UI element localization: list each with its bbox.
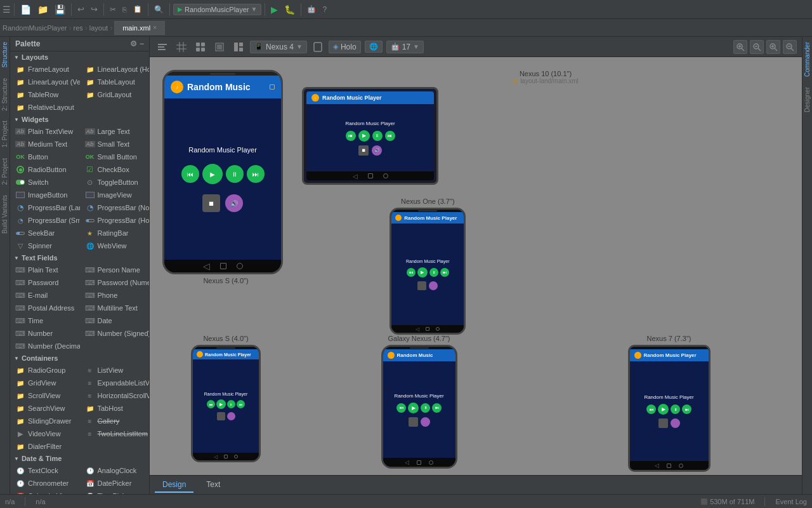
- palette-item-timepicker[interactable]: 🕐 TimePicker: [80, 490, 150, 494]
- nexus-s-device[interactable]: Random Music Player Random Music Player …: [191, 345, 261, 462]
- design-tab[interactable]: Design: [155, 478, 193, 493]
- palette-item-gridlayout[interactable]: 📁 GridLayout: [80, 88, 150, 101]
- palette-item-time-field[interactable]: ⌨ Time: [10, 314, 80, 327]
- palette-item-checkbox[interactable]: ☑ CheckBox: [80, 163, 150, 176]
- palette-item-dialerfilter[interactable]: 📁 DialerFilter: [10, 440, 80, 453]
- palette-item-imagebutton[interactable]: ImageButton: [10, 189, 80, 201]
- palette-item-progressbar-normal[interactable]: ◔ ProgressBar (Normal): [80, 201, 150, 214]
- help-btn[interactable]: ?: [320, 4, 329, 15]
- palette-item-progressbar-small[interactable]: ◔ ProgressBar (Small): [10, 214, 80, 227]
- right-tab-commander[interactable]: Commander: [802, 37, 812, 82]
- palette-item-plain-textview[interactable]: Ab Plain TextView: [10, 125, 80, 138]
- zoom-actual-btn[interactable]: [750, 40, 764, 54]
- palette-item-plain-text[interactable]: ⌨ Plain Text: [10, 264, 80, 276]
- run-btn[interactable]: ▶: [268, 3, 280, 16]
- palette-item-webview[interactable]: 🌐 WebView: [80, 239, 150, 252]
- palette-item-spinner[interactable]: ▽ Spinner: [10, 239, 80, 252]
- zoom-in-btn[interactable]: [766, 40, 780, 54]
- palette-item-datepicker[interactable]: 📅 DatePicker: [80, 477, 150, 490]
- palette-item-framelayout[interactable]: 📁 FrameLayout: [10, 63, 80, 76]
- palette-item-togglebutton[interactable]: ⊙ ToggleButton: [80, 176, 150, 189]
- align-left-btn[interactable]: [155, 41, 170, 53]
- palette-item-progressbar-h[interactable]: ProgressBar (Horizontal): [80, 214, 150, 227]
- palette-item-gridview[interactable]: 📁 GridView: [10, 377, 80, 389]
- palette-item-horizontal-scrollview[interactable]: ≡ HorizontalScrollView: [80, 389, 150, 402]
- palette-section-layouts-header[interactable]: ▼ Layouts: [10, 51, 149, 63]
- left-tab-project1[interactable]: 1: Project: [0, 116, 10, 152]
- palette-section-datetime-header[interactable]: ▼ Date & Time: [10, 453, 149, 464]
- palette-item-progressbar-large[interactable]: ◔ ProgressBar (Large): [10, 201, 80, 214]
- project-selector[interactable]: RandomMusicPlayer: [185, 6, 249, 13]
- palette-item-videoview[interactable]: ▶ VideoView: [10, 427, 80, 440]
- crumb-layout[interactable]: layout: [89, 24, 108, 32]
- palette-close-icon[interactable]: −: [140, 39, 144, 48]
- cut-btn[interactable]: ✂: [107, 4, 119, 15]
- portrait-btn[interactable]: [311, 41, 325, 53]
- palette-item-tablerow[interactable]: 📁 TableRow: [10, 88, 80, 101]
- android-btn[interactable]: 🤖: [304, 4, 318, 15]
- palette-item-listview[interactable]: ≡ ListView: [80, 364, 150, 377]
- redo-btn[interactable]: ↪: [88, 3, 100, 15]
- canvas-area[interactable]: ♪ Random Music Random Music Player ⏮: [150, 57, 802, 475]
- palette-item-chronometer[interactable]: 🕐 Chronometer: [10, 477, 80, 490]
- undo-btn[interactable]: ↩: [75, 3, 87, 15]
- palette-item-phone[interactable]: ⌨ Phone: [80, 289, 150, 302]
- palette-item-twolinelistitem[interactable]: ≡ TwoLineListItem: [80, 427, 150, 440]
- palette-item-number-signed[interactable]: ⌨ Number (Signed): [80, 327, 150, 340]
- text-tab[interactable]: Text: [199, 478, 228, 493]
- find-btn[interactable]: 🔍: [152, 4, 166, 15]
- palette-item-multiline[interactable]: ⌨ Multiline Text: [80, 302, 150, 314]
- galaxy-nexus-device[interactable]: Random Music Random Music Player ⏮ ▶ ⏸ ⏭: [381, 345, 457, 469]
- new-btn[interactable]: 📄: [18, 3, 34, 16]
- palette-item-linearlayout-h[interactable]: 📁 LinearLayout (Horizontal): [80, 63, 150, 76]
- palette-section-containers-header[interactable]: ▼ Containers: [10, 352, 149, 364]
- save-btn[interactable]: 💾: [52, 3, 68, 16]
- palette-item-scrollview[interactable]: 📁 ScrollView: [10, 389, 80, 402]
- file-tab-close[interactable]: ×: [153, 24, 157, 31]
- palette-settings-icon[interactable]: ⚙: [130, 39, 137, 48]
- zoom-out-btn[interactable]: [783, 40, 797, 54]
- palette-item-button[interactable]: OK Button: [10, 150, 80, 163]
- event-log-link[interactable]: Event Log: [775, 498, 807, 505]
- palette-item-medium-text[interactable]: Ab Medium Text: [10, 138, 80, 150]
- app-menu-icon[interactable]: ☰: [3, 4, 11, 15]
- palette-section-widgets-header[interactable]: ▼ Widgets: [10, 114, 149, 125]
- palette-item-analogclock[interactable]: 🕐 AnalogClock: [80, 464, 150, 477]
- palette-item-radiobutton[interactable]: RadioButton: [10, 163, 80, 176]
- palette-item-expandable-listview[interactable]: ≡ ExpandableListView: [80, 377, 150, 389]
- palette-item-textclock[interactable]: 🕐 TextClock: [10, 464, 80, 477]
- palette-item-slidingdrawer[interactable]: 📁 SlidingDrawer: [10, 415, 80, 427]
- palette-item-seekbar[interactable]: SeekBar: [10, 227, 80, 239]
- right-tab-designer[interactable]: Designer: [802, 82, 812, 117]
- nexus10-tablet[interactable]: ♪ Random Music Player Random Music Playe…: [302, 87, 438, 185]
- palette-item-date-field[interactable]: ⌨ Date: [80, 314, 150, 327]
- palette-item-searchview[interactable]: 📁 SearchView: [10, 402, 80, 415]
- palette-item-number-decimal[interactable]: ⌨ Number (Decimal): [10, 340, 80, 352]
- zoom-fit-btn[interactable]: [733, 40, 747, 54]
- palette-item-switch[interactable]: Switch: [10, 176, 80, 189]
- palette-item-linearlayout-v[interactable]: 📁 LinearLayout (Vertical): [10, 76, 80, 88]
- left-tab-structure[interactable]: Structure: [0, 37, 10, 73]
- device-selector[interactable]: 📱 Nexus 4 ▼: [250, 41, 307, 53]
- theme-selector[interactable]: ◈ Holo: [329, 41, 361, 53]
- palette-item-password[interactable]: ⌨ Password: [10, 276, 80, 289]
- palette-item-password-numeric[interactable]: ⌨ Password (Numeric): [80, 276, 150, 289]
- palette-item-number[interactable]: ⌨ Number: [10, 327, 80, 340]
- palette-item-radiogroup[interactable]: 📁 RadioGroup: [10, 364, 80, 377]
- palette-item-ratingbar[interactable]: ★ RatingBar: [80, 227, 150, 239]
- palette-item-calendarview[interactable]: 📅 CalendarView: [10, 490, 80, 494]
- palette-item-small-text[interactable]: Ab Small Text: [80, 138, 150, 150]
- margin-btn[interactable]: [212, 41, 227, 53]
- locale-selector[interactable]: 🌐: [365, 41, 383, 53]
- nexus7-device[interactable]: Random Music Player Random Music Player …: [628, 345, 710, 472]
- api-selector[interactable]: 🤖 17 ▼: [386, 41, 424, 53]
- crumb-res[interactable]: res: [73, 24, 82, 32]
- grid-toggle-btn[interactable]: [174, 41, 189, 53]
- left-tab-project2[interactable]: 2: Structure: [0, 73, 10, 116]
- crumb-project[interactable]: RandomMusicPlayer: [3, 24, 67, 32]
- debug-btn[interactable]: 🐛: [282, 3, 298, 16]
- palette-item-tablelayout[interactable]: 📁 TableLayout: [80, 76, 150, 88]
- palette-item-email[interactable]: ⌨ E-mail: [10, 289, 80, 302]
- palette-item-tabhost[interactable]: 📁 TabHost: [80, 402, 150, 415]
- main-phone-device[interactable]: ♪ Random Music Random Music Player ⏮: [162, 70, 283, 274]
